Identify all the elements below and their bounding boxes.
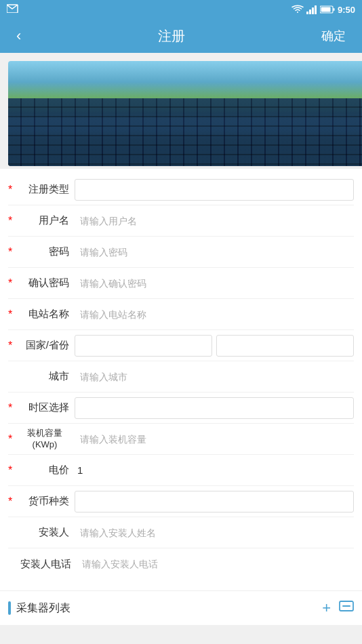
input-installer-phone[interactable] (77, 555, 354, 573)
page-title: 注册 (158, 27, 185, 45)
input-timezone[interactable] (75, 397, 354, 419)
required-indicator: * (8, 433, 19, 445)
label-register-type: 注册类型 (20, 183, 75, 196)
status-bar: 9:50 (0, 0, 362, 19)
label-timezone: 时区选择 (20, 401, 75, 414)
input-register-type[interactable] (75, 179, 354, 201)
form-row-password: * 密码 (8, 237, 354, 268)
required-indicator: * (8, 308, 19, 321)
required-indicator: * (8, 215, 19, 227)
required-indicator: * (8, 340, 19, 352)
input-country[interactable] (75, 335, 212, 357)
svg-rect-7 (321, 7, 330, 12)
label-username: 用户名 (20, 214, 75, 227)
required-indicator: * (8, 464, 19, 477)
form-row-timezone: * 时区选择 (8, 393, 354, 424)
input-password[interactable] (75, 243, 354, 262)
banner-image (8, 61, 362, 166)
input-city[interactable] (75, 367, 354, 386)
label-station-name: 电站名称 (20, 308, 75, 321)
required-indicator: * (8, 277, 19, 289)
form-row-username: * 用户名 (8, 205, 354, 237)
form-row-installer-phone: * 安装人电话 (8, 548, 354, 580)
back-button[interactable]: ‹ (11, 24, 26, 47)
section-bar-indicator (8, 601, 11, 615)
top-nav: ‹ 注册 确定 (0, 19, 362, 53)
input-station-name[interactable] (75, 305, 354, 324)
svg-rect-4 (315, 5, 317, 14)
add-collector-button[interactable]: + (322, 599, 331, 617)
svg-rect-2 (309, 9, 311, 14)
input-currency[interactable] (75, 491, 354, 512)
registration-form: * 注册类型 * 用户名 * 密码 * 确认密码 * 电站名称 * 国家/省份 … (0, 169, 362, 590)
signal-icon (306, 5, 317, 14)
label-city: 城市 (20, 370, 75, 383)
form-row-capacity: * 装机容量(KWp) (8, 424, 354, 455)
battery-icon (320, 5, 335, 14)
form-row-country-province: * 国家/省份 (8, 330, 354, 361)
collector-section: 采集器列表 + (0, 590, 362, 625)
svg-rect-3 (312, 7, 314, 14)
status-time: 9:50 (338, 5, 355, 15)
input-province[interactable] (216, 335, 354, 357)
required-indicator: * (8, 402, 19, 414)
label-installer: 安装人 (20, 526, 75, 539)
value-electricity-price: 1 (75, 464, 354, 476)
required-indicator: * (8, 496, 19, 508)
label-currency: 货币种类 (20, 495, 75, 508)
input-username[interactable] (75, 212, 354, 230)
no-required-indicator: * (8, 371, 19, 383)
section-title-collector: 采集器列表 (16, 601, 322, 616)
required-indicator: * (8, 246, 19, 258)
label-electricity-price: 电价 (20, 464, 75, 477)
status-icons: 9:50 (291, 5, 355, 15)
delete-collector-button[interactable] (339, 599, 354, 617)
section-actions: + (322, 599, 354, 617)
form-row-confirm-password: * 确认密码 (8, 268, 354, 299)
label-capacity: 装机容量(KWp) (20, 428, 75, 451)
input-capacity[interactable] (75, 430, 354, 449)
wifi-icon (291, 5, 304, 14)
form-row-installer: * 安装人 (8, 517, 354, 548)
no-required-indicator: * (8, 558, 19, 570)
input-installer[interactable] (75, 523, 354, 542)
input-confirm-password[interactable] (75, 274, 354, 293)
label-installer-phone: 安装人电话 (20, 558, 77, 571)
status-notification-icon (7, 3, 19, 16)
no-required-indicator: * (8, 527, 19, 539)
form-row-city: * 城市 (8, 361, 354, 393)
required-indicator: * (8, 184, 19, 196)
country-province-inputs (75, 335, 354, 357)
form-row-electricity-price: * 电价 1 (8, 455, 354, 486)
confirm-button[interactable]: 确定 (316, 25, 351, 47)
label-country-province: 国家/省份 (20, 339, 75, 352)
form-row-register-type: * 注册类型 (8, 174, 354, 205)
svg-rect-1 (306, 12, 308, 14)
label-confirm-password: 确认密码 (20, 277, 75, 289)
delete-icon (339, 599, 354, 613)
form-row-station-name: * 电站名称 (8, 299, 354, 330)
form-row-currency: * 货币种类 (8, 486, 354, 517)
label-password: 密码 (20, 245, 75, 258)
svg-rect-6 (333, 8, 334, 11)
